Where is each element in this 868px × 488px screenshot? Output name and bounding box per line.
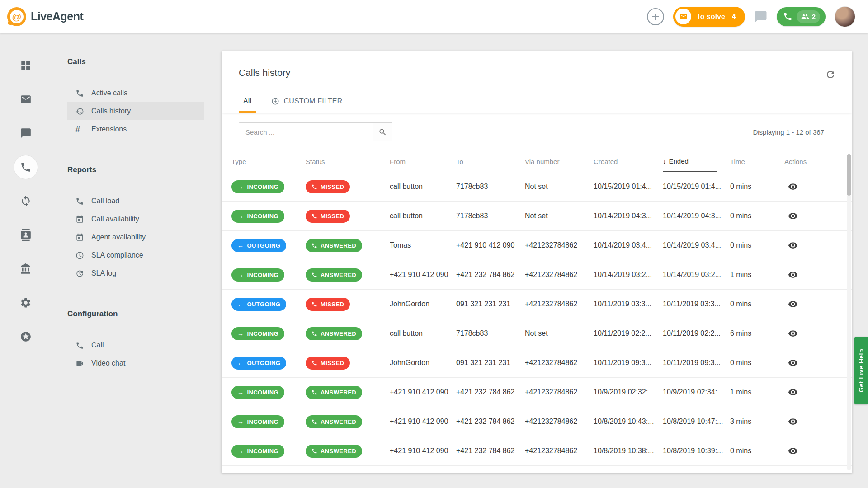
tab-all[interactable]: All: [239, 90, 256, 113]
view-call-button[interactable]: [788, 446, 798, 456]
actions-cell: [784, 299, 852, 309]
ended-cell: 10/8/2019 10:47:...: [663, 418, 730, 426]
type-cell: →INCOMING: [231, 386, 306, 399]
view-call-button[interactable]: [788, 387, 798, 397]
chat-icon[interactable]: [14, 122, 38, 145]
phone-icon: [311, 360, 317, 366]
via-number-cell: +421232784862: [525, 271, 594, 279]
column-header-to[interactable]: To: [456, 151, 525, 172]
from-cell: call button: [390, 183, 456, 191]
sync-icon[interactable]: [14, 189, 38, 213]
column-header-created[interactable]: Created: [594, 151, 663, 172]
eye-icon: [788, 240, 798, 250]
call-direction-badge: →INCOMING: [231, 180, 284, 193]
column-header-from[interactable]: From: [390, 151, 456, 172]
ended-cell: 10/14/2019 03:2...: [663, 271, 730, 279]
actions-cell: [784, 446, 852, 456]
view-call-button[interactable]: [788, 182, 798, 192]
column-header-via-number[interactable]: Via number: [525, 151, 594, 172]
phone-icon: [311, 448, 317, 454]
sidebar-item-video-chat[interactable]: Video chat: [67, 354, 204, 372]
time-cell: 0 mins: [730, 300, 784, 308]
phone-icon: [311, 272, 317, 278]
sidebar-section-reports: ReportsCall loadCall availabilityAgent a…: [52, 165, 206, 291]
view-call-button[interactable]: [788, 417, 798, 427]
search-group: [239, 122, 392, 141]
search-icon: [378, 128, 387, 136]
bank-icon[interactable]: [14, 257, 38, 281]
sidebar-item-calls-history[interactable]: Calls history: [67, 102, 204, 120]
time-cell: 0 mins: [730, 447, 784, 455]
search-button[interactable]: [373, 122, 392, 141]
to-cell: 091 321 231 231: [456, 359, 525, 367]
brand-logo[interactable]: @ LiveAgent: [7, 7, 83, 26]
sidebar-item-extensions[interactable]: #Extensions: [67, 120, 204, 138]
view-call-button[interactable]: [788, 211, 798, 221]
view-call-button[interactable]: [788, 358, 798, 368]
via-number-cell: +421232784862: [525, 388, 594, 396]
mail-icon[interactable]: [14, 88, 38, 111]
call-direction-badge: →INCOMING: [231, 445, 284, 458]
from-cell: call button: [390, 329, 456, 338]
sidebar-item-agent-availability[interactable]: Agent availability: [67, 228, 204, 246]
contacts-icon[interactable]: [14, 223, 38, 247]
view-call-button[interactable]: [788, 240, 798, 250]
created-cell: 10/14/2019 04:3...: [594, 212, 663, 220]
sidebar-item-call[interactable]: Call: [67, 336, 204, 354]
table-scrollbar: [847, 154, 851, 470]
to-cell: 7178cb83: [456, 183, 525, 191]
via-number-cell: Not set: [525, 183, 594, 191]
liveagent-logo-icon: @: [7, 7, 26, 26]
group-icon: [801, 13, 809, 21]
app-frame: CallsActive callsCalls history#Extension…: [0, 33, 868, 488]
via-number-cell: +421232784862: [525, 241, 594, 249]
created-cell: 10/11/2019 09:3...: [594, 359, 663, 367]
actions-cell: [784, 417, 852, 427]
search-input[interactable]: [239, 122, 373, 141]
settings-icon[interactable]: [14, 291, 38, 314]
type-cell: ←OUTGOING: [231, 239, 306, 252]
call-direction-badge: ←OUTGOING: [231, 298, 286, 311]
to-solve-badge[interactable]: To solve 4: [673, 7, 745, 27]
created-cell: 10/8/2019 10:43:...: [594, 418, 663, 426]
view-call-button[interactable]: [788, 270, 798, 280]
from-cell: JohnGordon: [390, 300, 456, 308]
sidebar-item-sla-compliance[interactable]: SLA compliance: [67, 246, 204, 264]
status-cell: MISSED: [306, 357, 390, 370]
sidebar-item-sla-log[interactable]: SLA log: [67, 264, 204, 282]
to-cell: 7178cb83: [456, 329, 525, 338]
calls-widget[interactable]: 2: [777, 7, 826, 26]
to-cell: +421 232 784 862: [456, 447, 525, 455]
view-call-button[interactable]: [788, 328, 798, 338]
agents-online-chip: 2: [797, 10, 820, 23]
phone-icon[interactable]: [14, 155, 38, 179]
scrollbar-thumb[interactable]: [847, 154, 851, 196]
to-solve-count: 4: [732, 13, 736, 21]
type-cell: →INCOMING: [231, 415, 306, 428]
user-avatar[interactable]: [835, 6, 855, 27]
column-header-type[interactable]: Type: [231, 151, 306, 172]
column-header-status[interactable]: Status: [306, 151, 390, 172]
chat-bubble-icon[interactable]: [754, 10, 768, 23]
star-icon[interactable]: [14, 325, 38, 348]
sidebar-item-call-load[interactable]: Call load: [67, 192, 204, 210]
sidebar-item-active-calls[interactable]: Active calls: [67, 84, 204, 102]
sidebar-item-call-availability[interactable]: Call availability: [67, 210, 204, 228]
call-status-badge: ANSWERED: [306, 327, 362, 340]
from-cell: JohnGordon: [390, 359, 456, 367]
refresh-button[interactable]: [825, 69, 836, 80]
sidebar-section-title: Calls: [52, 57, 206, 66]
call-direction-badge: →INCOMING: [231, 210, 284, 223]
get-live-help-tab[interactable]: Get Live Help: [854, 337, 868, 404]
column-header-time[interactable]: Time: [730, 151, 784, 172]
dashboard-icon[interactable]: [14, 54, 38, 77]
actions-cell: [784, 240, 852, 250]
column-header-ended[interactable]: ↓Ended: [663, 151, 717, 172]
view-call-button[interactable]: [788, 299, 798, 309]
tab-custom-filter[interactable]: CUSTOM FILTER: [267, 90, 347, 113]
add-new-button[interactable]: [647, 8, 664, 25]
table-row: →INCOMINGANSWERED+421 910 412 090+421 23…: [222, 378, 852, 407]
arrow-left-icon: ←: [237, 242, 244, 249]
ended-cell: 10/15/2019 01:4...: [663, 183, 730, 191]
column-header-actions[interactable]: Actions: [784, 151, 852, 172]
